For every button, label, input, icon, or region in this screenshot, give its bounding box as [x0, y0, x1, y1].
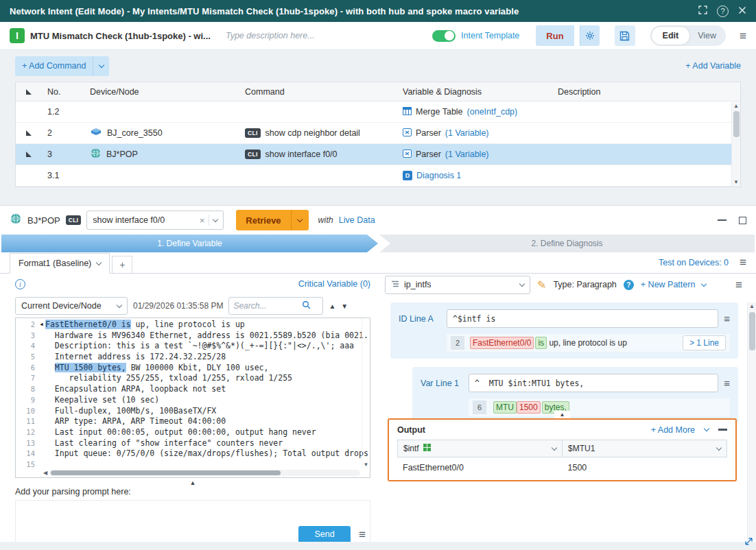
minimize-output-icon[interactable]	[718, 429, 727, 431]
collapse-code-icon[interactable]: ▲	[15, 478, 370, 487]
step-define-diagnosis[interactable]: 2. Define Diagnosis	[379, 235, 755, 252]
fold-icon[interactable]: ◀	[38, 320, 45, 331]
output-column-select-intf[interactable]: $intf	[397, 440, 563, 457]
scroll-down-icon[interactable]: ▼	[364, 462, 369, 468]
scroll-up-icon[interactable]: ▲	[749, 303, 755, 310]
merge-table-link[interactable]: (oneIntf_cdp)	[467, 107, 518, 117]
find-next-icon[interactable]: ▼	[341, 302, 348, 310]
new-pattern-chevron-icon[interactable]	[701, 280, 707, 286]
device-name: BJ_core_3550	[107, 128, 163, 138]
vd-text: Merge Table	[416, 107, 463, 117]
parser-link[interactable]: (1 Variable)	[445, 150, 489, 159]
run-settings-icon[interactable]	[580, 25, 600, 46]
close-icon[interactable]	[738, 5, 746, 17]
pattern-menu-icon[interactable]: ≡	[735, 279, 742, 291]
cli-badge: CLI	[245, 128, 261, 138]
send-button[interactable]: Send	[298, 526, 351, 543]
add-format-tab[interactable]: +	[112, 256, 132, 273]
scroll-left-icon[interactable]: ◀	[43, 470, 47, 477]
tab-chevron-icon[interactable]	[96, 259, 102, 265]
device-node-select[interactable]: Current Device/Node	[15, 297, 128, 315]
diagnosis-link[interactable]: Diagnosis 1	[416, 171, 461, 180]
row-expand-icon[interactable]	[16, 130, 42, 136]
chevron-down-icon[interactable]	[213, 216, 218, 222]
edit-variable-icon[interactable]: ✎	[537, 278, 546, 291]
info-icon[interactable]: i	[15, 279, 25, 289]
type-label: Type: Paragraph	[553, 280, 616, 289]
line-number: 14	[16, 449, 38, 459]
retrieve-button[interactable]: Retrieve	[236, 210, 308, 230]
scrollbar-thumb[interactable]	[749, 312, 755, 350]
one-line-button[interactable]: > 1 Line	[683, 335, 726, 350]
add-command-chevron-icon[interactable]	[93, 56, 109, 76]
clear-icon[interactable]: ×	[200, 215, 205, 226]
help-icon[interactable]: ?	[717, 5, 729, 17]
view-mode-button[interactable]: View	[689, 31, 724, 40]
minimize-panel-icon[interactable]	[718, 219, 727, 222]
row-expand-icon[interactable]	[16, 152, 42, 157]
collapse-output-icon[interactable]: ▲	[554, 411, 571, 418]
edit-mode-button[interactable]: Edit	[652, 27, 690, 45]
new-pattern-link[interactable]: + New Pattern	[641, 280, 696, 289]
scrollbar-thumb[interactable]	[51, 470, 281, 475]
tab-format1-baseline[interactable]: Format1 (Baseline)	[10, 253, 110, 274]
device-node-value: Current Device/Node	[21, 301, 102, 311]
maximize-panel-icon[interactable]	[739, 217, 746, 224]
resize-grip-icon[interactable]	[744, 536, 754, 549]
var-line-match-row: 6 MTU 1500 bytes,	[469, 398, 730, 416]
variable-select[interactable]: ip_intfs	[385, 276, 530, 294]
parser-link[interactable]: (1 Variable)	[445, 128, 489, 138]
command-select[interactable]: show interface f0/0 ×	[86, 211, 224, 230]
live-data-link[interactable]: Live Data	[339, 215, 375, 225]
fullscreen-icon[interactable]	[698, 5, 707, 17]
id-line-input[interactable]: ^$intf is	[447, 309, 718, 328]
save-icon[interactable]	[615, 25, 635, 46]
run-button[interactable]: Run	[536, 25, 574, 46]
id-line-menu-icon[interactable]: ≡	[724, 313, 730, 324]
search-box[interactable]	[228, 297, 323, 315]
retrieve-chevron-icon[interactable]	[291, 210, 309, 230]
toggle-knob	[445, 31, 454, 40]
chevron-down-icon[interactable]	[716, 444, 722, 450]
critical-variable-link[interactable]: Critical Variable (0)	[298, 279, 370, 289]
scrollbar-thumb[interactable]	[733, 111, 740, 137]
header-menu-icon[interactable]: ≡	[740, 30, 746, 42]
add-command-button[interactable]: + Add Command	[15, 56, 109, 76]
chevron-down-icon[interactable]	[117, 302, 122, 307]
help-icon[interactable]: ?	[624, 280, 634, 290]
add-more-chevron-icon[interactable]	[704, 426, 709, 431]
sample-output-viewer[interactable]: 2◀FastEthernet0/0 is up, line protocol i…	[15, 318, 370, 478]
step-define-variable[interactable]: 1. Define Variable	[1, 235, 378, 252]
line-number: 4	[16, 341, 38, 352]
add-variable-link[interactable]: + Add Variable	[685, 61, 741, 71]
scroll-up-icon[interactable]: ▲	[733, 103, 739, 110]
tabs-menu-icon[interactable]: ≡	[740, 256, 746, 268]
line-number: 5	[16, 352, 38, 363]
add-more-link[interactable]: + Add More	[651, 425, 695, 435]
table-row-selected[interactable]: 3 BJ*POP CLI show interface f0/0 Parser …	[16, 144, 740, 165]
search-icon[interactable]	[302, 300, 311, 312]
output-column-select-mtu[interactable]: $MTU1	[562, 440, 727, 457]
chevron-down-icon[interactable]	[552, 444, 557, 450]
parsing-prompt-input[interactable]	[16, 501, 370, 525]
var-line-input[interactable]: ^ MTU $int:MTU1 bytes,	[469, 374, 718, 392]
find-previous-icon[interactable]: ▲	[329, 302, 335, 310]
intent-template-toggle[interactable]	[432, 30, 456, 42]
code-vertical-scrollbar[interactable]: ▼	[362, 318, 370, 468]
search-input[interactable]	[233, 301, 302, 311]
scroll-down-icon[interactable]: ▼	[733, 179, 739, 186]
description-input[interactable]	[226, 31, 356, 40]
table-scrollbar[interactable]: ▲ ▼	[731, 102, 740, 187]
row-no: 1.2	[42, 107, 84, 117]
test-on-devices-link[interactable]: Test on Devices: 0	[659, 258, 729, 267]
code-horizontal-scrollbar[interactable]: ◀	[43, 469, 360, 477]
pattern-scrollbar[interactable]: ▲	[747, 302, 756, 540]
table-row[interactable]: 3.1 D Diagnosis 1	[16, 165, 740, 187]
expand-all-icon[interactable]	[16, 89, 42, 95]
table-row[interactable]: 2 BJ_core_3550 CLI show cdp neighbor det…	[16, 123, 740, 144]
var-line-menu-icon[interactable]: ≡	[724, 377, 730, 389]
chevron-down-icon[interactable]	[519, 280, 525, 286]
prompt-menu-icon[interactable]: ≡	[359, 529, 366, 540]
parser-icon	[403, 150, 412, 160]
table-row[interactable]: 1.2 Merge Table (oneIntf_cdp)	[16, 101, 740, 123]
